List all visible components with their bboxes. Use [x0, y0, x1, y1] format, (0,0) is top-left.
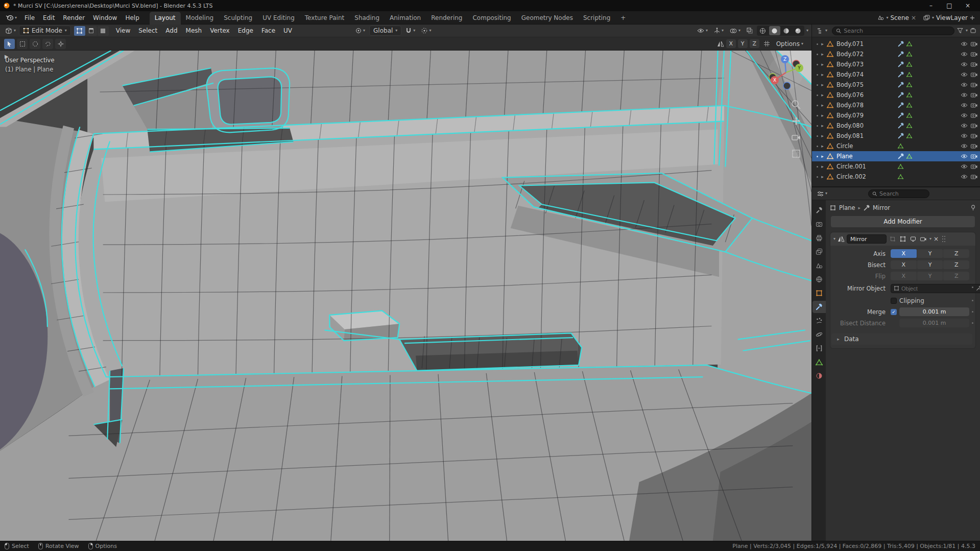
properties-search[interactable] [868, 189, 929, 198]
animate-dot[interactable] [972, 311, 973, 313]
hide-viewport-eye-icon[interactable] [961, 133, 968, 138]
workspace-tab-texture-paint[interactable]: Texture Paint [300, 12, 349, 25]
viewlayer-selector[interactable]: ▾ ViewLayer [923, 14, 975, 21]
menu-help[interactable]: Help [121, 13, 143, 23]
properties-tab-tool[interactable] [812, 204, 826, 217]
outliner-row-body-075[interactable]: ▸Body.075 [812, 80, 980, 90]
expand-icon[interactable]: ▸ [820, 62, 825, 67]
bisect-x-toggle[interactable]: X [891, 260, 917, 269]
properties-editor-type-button[interactable]: ▾ [815, 190, 829, 198]
outliner-row-body-079[interactable]: ▸Body.079 [812, 110, 980, 121]
expand-icon[interactable]: ▸ [820, 133, 825, 138]
navigation-gizmo[interactable]: Z Y X [768, 54, 804, 91]
eyedropper-icon[interactable] [976, 285, 980, 291]
menu-render[interactable]: Render [59, 13, 89, 23]
ortho-toggle-icon[interactable] [791, 148, 802, 159]
disable-render-camera-icon[interactable] [971, 143, 977, 149]
properties-tab-constraints[interactable] [812, 342, 826, 354]
expand-icon[interactable]: ▸ [820, 174, 825, 179]
modifier-wrench-icon[interactable] [898, 71, 904, 78]
mesh-data-icon[interactable] [906, 103, 912, 108]
gizmo-y-axis[interactable]: Y [797, 65, 801, 70]
mode-dropdown[interactable]: Edit Mode ▾ [19, 26, 71, 36]
axis-x-toggle[interactable]: X [891, 249, 917, 258]
workspace-tab-scripting[interactable]: Scripting [578, 12, 615, 25]
gizmo-z-axis[interactable]: Z [783, 57, 786, 62]
outliner-row-circle-001[interactable]: ▸Circle.001 [812, 161, 980, 172]
overlays-dropdown[interactable]: ▾ [728, 27, 743, 35]
flip-y-toggle[interactable]: Y [917, 272, 943, 280]
modifier-wrench-icon[interactable] [898, 61, 904, 67]
properties-tab-physics[interactable] [812, 328, 826, 341]
modifier-wrench-icon[interactable] [898, 133, 904, 139]
menu-vertex[interactable]: Vertex [206, 26, 234, 35]
menu-edit[interactable]: Edit [39, 13, 59, 23]
tool-mirror-x-toggle[interactable]: X [726, 39, 736, 48]
edge-select-button[interactable] [86, 26, 97, 36]
bisect-y-toggle[interactable]: Y [917, 260, 943, 269]
expand-icon[interactable]: ▸ [820, 41, 825, 46]
properties-tab-material[interactable] [812, 370, 826, 382]
outliner-row-body-071[interactable]: ▸Body.071 [812, 39, 980, 49]
display-realtime-toggle[interactable] [909, 235, 917, 243]
pin-icon[interactable] [970, 205, 976, 211]
modifier-wrench-icon[interactable] [898, 102, 904, 108]
tool-tweak-button[interactable] [4, 39, 15, 49]
properties-search-input[interactable] [879, 190, 925, 197]
maximize-button[interactable]: □ [940, 0, 959, 11]
tool-mirror-y-toggle[interactable]: Y [738, 39, 748, 48]
hide-viewport-eye-icon[interactable] [961, 123, 968, 128]
disable-render-camera-icon[interactable] [971, 133, 977, 138]
flip-x-toggle[interactable]: X [891, 272, 917, 280]
menu-mesh[interactable]: Mesh [182, 26, 206, 35]
shading-rendered-button[interactable] [793, 26, 804, 35]
modifier-wrench-icon[interactable] [898, 41, 904, 47]
shading-wireframe-button[interactable] [757, 26, 769, 35]
pan-hand-icon[interactable] [791, 115, 802, 127]
outliner-row-circle-002[interactable]: ▸Circle.002 [812, 172, 980, 182]
menu-file[interactable]: File [20, 13, 39, 23]
properties-tab-particles[interactable] [812, 315, 826, 327]
zoom-icon[interactable] [791, 99, 802, 110]
menu-uv[interactable]: UV [279, 26, 296, 35]
gizmos-dropdown[interactable]: ▾ [712, 27, 726, 35]
axis-z-toggle[interactable]: Z [943, 249, 969, 258]
mesh-data-icon[interactable] [906, 62, 912, 67]
disable-render-camera-icon[interactable] [971, 82, 977, 87]
disable-render-camera-icon[interactable] [971, 154, 977, 159]
mesh-data-icon[interactable] [898, 143, 903, 149]
expand-icon[interactable]: ▸ [820, 72, 825, 77]
vertex-select-button[interactable] [74, 26, 85, 36]
workspace-tab-layout[interactable]: Layout [150, 12, 181, 25]
outliner-row-body-080[interactable]: ▸Body.080 [812, 121, 980, 131]
workspace-tab-modeling[interactable]: Modeling [181, 12, 219, 25]
display-edit-mode-toggle[interactable] [899, 235, 907, 243]
options-dropdown[interactable]: Options ▾ [774, 39, 805, 49]
camera-view-icon[interactable] [791, 132, 802, 143]
disable-render-camera-icon[interactable] [971, 41, 977, 46]
animate-dot[interactable] [972, 286, 973, 288]
modifier-wrench-icon[interactable] [898, 123, 904, 129]
mesh-data-icon[interactable] [906, 113, 912, 118]
disable-render-camera-icon[interactable] [971, 52, 977, 57]
disable-render-camera-icon[interactable] [971, 174, 977, 179]
disable-render-camera-icon[interactable] [971, 92, 977, 98]
disable-render-camera-icon[interactable] [971, 62, 977, 67]
filter-icon[interactable] [957, 28, 963, 34]
gizmo-x-axis[interactable]: X [773, 78, 776, 83]
hide-viewport-eye-icon[interactable] [961, 41, 968, 46]
bisect-distance-field[interactable]: 0.001 m [899, 319, 969, 327]
disable-render-camera-icon[interactable] [971, 123, 977, 128]
viewport-3d[interactable]: ▾ Edit Mode ▾ [0, 25, 811, 541]
data-subpanel[interactable]: ▸ Data [831, 333, 972, 345]
mesh-data-icon[interactable] [906, 72, 912, 77]
properties-tab-render[interactable] [812, 218, 826, 230]
outliner-row-body-073[interactable]: ▸Body.073 [812, 59, 980, 69]
workspace-tab-sculpting[interactable]: Sculpting [219, 12, 257, 25]
scene-selector[interactable]: ▾ Scene × [877, 14, 916, 21]
drag-handle[interactable] [942, 235, 946, 243]
workspace-tab-animation[interactable]: Animation [385, 12, 426, 25]
face-select-button[interactable] [98, 26, 109, 36]
properties-tab-output[interactable] [812, 232, 826, 244]
filter-dropdown-icon[interactable]: ▾ [966, 29, 968, 33]
